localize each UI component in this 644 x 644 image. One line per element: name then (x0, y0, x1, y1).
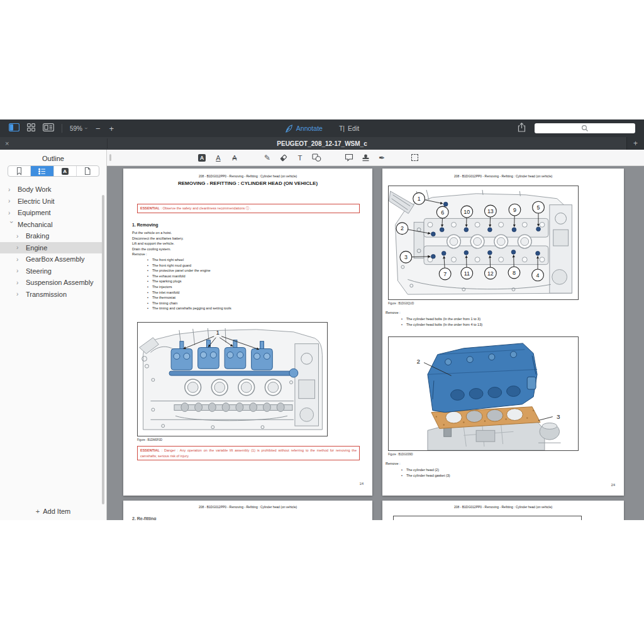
reading-view-button[interactable] (43, 123, 54, 133)
list-item: The inlet manifold (147, 290, 231, 296)
outline-item-transmission[interactable]: ›Transmission (0, 289, 103, 301)
signature-tool[interactable]: ✒ (374, 151, 390, 165)
removal-bullet-list: The front right wheelThe front right mud… (147, 257, 231, 311)
document-tab-title[interactable]: PEUGEOT_208_12-17_WSM_c (0, 140, 644, 147)
zoom-level-dropdown[interactable]: 59%› (70, 125, 87, 132)
bolt-callout-5: 5 (537, 204, 540, 211)
outline-item-label: Mechanical (14, 221, 53, 228)
chevron-down-icon[interactable]: › (8, 221, 15, 228)
bolt-callout-11: 11 (464, 270, 470, 277)
eraser-icon (279, 153, 288, 162)
edit-tab[interactable]: T| Edit (339, 125, 359, 132)
chevron-right-icon[interactable]: › (16, 279, 23, 286)
chevron-right-icon[interactable]: › (16, 244, 23, 251)
chevron-right-icon[interactable]: › (16, 267, 23, 274)
bolt-callout-1: 1 (418, 196, 421, 202)
toolbar-divider (62, 124, 62, 133)
outline-item-gearbox-assembly[interactable]: ›GearBox Assembly (0, 253, 103, 265)
outline-item-mechanical[interactable]: ›Mechanical (0, 219, 103, 231)
note-tool[interactable] (341, 151, 357, 165)
chevron-right-icon[interactable]: › (8, 197, 14, 204)
share-button[interactable] (518, 123, 526, 134)
close-tab-button[interactable]: × (5, 140, 9, 147)
underline-tool[interactable]: A (210, 151, 226, 165)
outline-item-label: Engine (23, 244, 47, 252)
list-item: The cylinder head gasket (3) (401, 473, 450, 479)
bolt-callout-3: 3 (404, 254, 408, 260)
outline-item-equipment[interactable]: ›Equipment (0, 207, 103, 219)
sidebar-toggle-button[interactable] (9, 123, 19, 133)
reading-view-icon (43, 123, 54, 131)
figure-callout-2: 2 (416, 358, 420, 365)
chevron-right-icon[interactable]: › (8, 186, 14, 193)
list-item: The sparking plugs (147, 279, 231, 284)
removal-bullet-list: The cylinder head bolts (In the order fr… (401, 316, 482, 327)
list-item: The cylinder head bolts (In the order fr… (401, 322, 482, 328)
sidebar-scrollbar[interactable] (102, 195, 104, 504)
list-item: The protective panel under the engine (147, 268, 231, 274)
outline-item-label: GearBox Assembly (23, 255, 85, 263)
outline-item-label: Transmission (23, 291, 67, 298)
shapes-icon (312, 153, 321, 162)
outline-item-steering[interactable]: ›Steering (0, 265, 103, 277)
chevron-right-icon[interactable]: › (16, 291, 23, 297)
annotations-icon: A (62, 168, 69, 175)
strikethrough-tool[interactable]: A (226, 151, 243, 165)
list-item: The cylinder head (2) (401, 467, 450, 473)
add-tab-button[interactable]: + (626, 137, 644, 150)
tab-bar-divider (107, 138, 108, 148)
list-item: The front right wheel (147, 257, 231, 263)
outline-item-label: Body Work (14, 186, 52, 193)
pdf-page-3: 208 - B1DG012PP0 - Removing - Refitting … (123, 501, 372, 520)
list-item: The injectors (147, 284, 231, 290)
highlight-text-tool[interactable]: A (194, 151, 210, 165)
add-item-button[interactable]: +Add Item (0, 508, 106, 515)
figure-variable-lift: 1 (137, 322, 328, 436)
outline-tree: ›Body Work›Electric Unit›Equipment›Mecha… (0, 184, 103, 300)
removal-bullet-list: The cylinder head (2)The cylinder head g… (401, 467, 450, 478)
grid-view-icon (27, 123, 35, 131)
pdf-viewer-window: 59%› − + Annotate T| Edit (0, 119, 644, 520)
chevron-right-icon[interactable]: › (16, 233, 23, 240)
tab-bookmarks[interactable] (8, 166, 31, 176)
outline-item-body-work[interactable]: ›Body Work (0, 184, 103, 196)
pencil-tool[interactable]: ✎ (259, 151, 275, 165)
search-icon (582, 125, 589, 132)
bolt-callout-6: 6 (441, 209, 444, 216)
page-icon (84, 167, 91, 175)
tab-annotations[interactable]: A (54, 166, 77, 176)
chevron-right-icon[interactable]: › (8, 209, 14, 216)
outline-item-braking[interactable]: ›Braking (0, 230, 103, 242)
text-tool[interactable]: T (292, 151, 308, 165)
bolt-callout-12: 12 (487, 270, 494, 277)
selection-tool[interactable] (406, 151, 423, 165)
outline-item-electric-unit[interactable]: ›Electric Unit (0, 196, 103, 208)
outline-item-label: Steering (23, 267, 52, 275)
engine-figure-variable-lift-svg: 1 (138, 323, 327, 436)
main-toolbar: 59%› − + Annotate T| Edit (0, 119, 644, 137)
tab-pages[interactable] (77, 166, 99, 176)
list-item: The front right mud guard (147, 263, 231, 269)
bolt-callout-10: 10 (464, 209, 470, 215)
annotate-tab[interactable]: Annotate (285, 125, 323, 133)
bolt-callout-2: 2 (401, 225, 404, 231)
bookmark-icon (15, 167, 23, 175)
toolbar-drag-handle[interactable] (109, 154, 111, 161)
outline-item-engine[interactable]: ›Engine (0, 242, 103, 254)
list-item: Remove : (132, 252, 184, 257)
chevron-down-icon: › (83, 128, 89, 130)
tab-bar: × PEUGEOT_208_12-17_WSM_c + (0, 137, 644, 150)
outline-item-suspension-assembly[interactable]: ›Suspension Assembly (0, 277, 103, 289)
tab-outline[interactable] (31, 166, 53, 176)
page-header: 208 - B1DG012PP0 - Removing - Refitting … (123, 505, 372, 509)
thumbnails-view-button[interactable] (27, 123, 35, 133)
eraser-tool[interactable] (275, 151, 292, 165)
figure-frame-partial (393, 516, 582, 520)
document-area[interactable]: 208 - B1DG012PP0 - Removing - Refitting … (107, 166, 644, 520)
chevron-right-icon[interactable]: › (16, 256, 23, 263)
zoom-in-button[interactable]: + (109, 125, 114, 133)
shapes-tool[interactable] (308, 151, 325, 165)
stamp-tool[interactable] (357, 151, 374, 165)
list-item: The timing and camshafts pegging and set… (147, 306, 231, 311)
zoom-out-button[interactable]: − (96, 125, 101, 133)
